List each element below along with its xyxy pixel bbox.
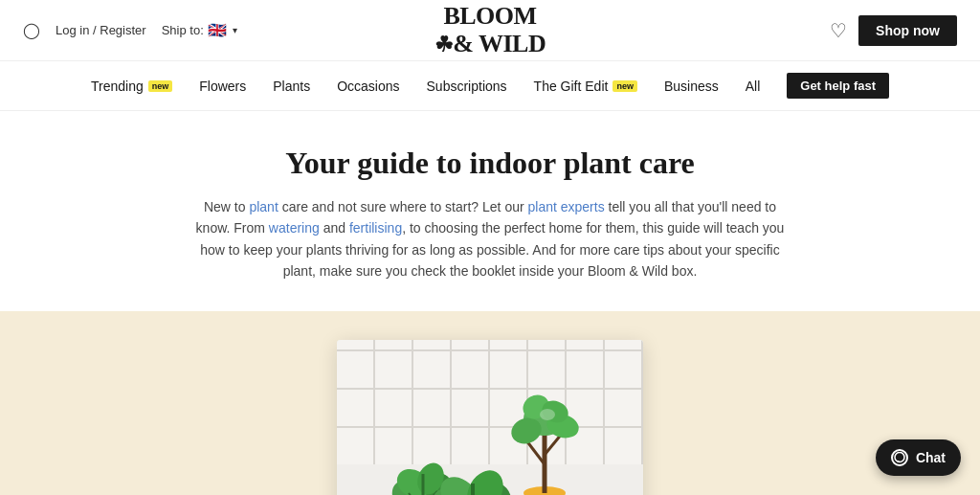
nav-item-all[interactable]: All [746,79,761,94]
chat-label: Chat [916,450,946,465]
image-section [0,311,980,495]
fertilising-link[interactable]: fertilising [349,220,402,236]
nav-item-occasions[interactable]: Occasions [337,79,399,94]
svg-point-21 [540,409,555,420]
hero-title: Your guide to indoor plant care [115,146,865,181]
new-badge: new [148,80,173,92]
nav-item-trending[interactable]: Trending new [91,79,172,94]
nav-item-plants[interactable]: Plants [273,79,310,94]
plant-link[interactable]: plant [249,199,278,214]
get-help-button[interactable]: Get help fast [787,73,889,99]
chat-icon [894,452,905,463]
hero-description: New to plant care and not sure where to … [193,196,787,282]
hero-section: Your guide to indoor plant care New to p… [0,111,980,311]
wishlist-heart-icon[interactable]: ♡ [830,19,847,42]
shop-now-button[interactable]: Shop now [858,15,957,46]
uk-flag: 🇬🇧 [208,21,227,39]
nav-item-business[interactable]: Business [664,79,719,94]
logo-text: BLOOM ☘& WILD [434,3,546,57]
nav-item-label: The Gift Edit [534,79,609,94]
svg-line-14 [526,440,545,464]
plant-image [337,340,643,495]
plants-illustration [346,349,634,495]
header-right: ♡ Shop now [830,15,957,46]
header-left: ◯ Log in / Register Ship to: 🇬🇧 ▾ [23,21,237,39]
nav-item-label: Trending [91,79,144,94]
login-register-link[interactable]: Log in / Register [56,23,146,37]
watering-link[interactable]: watering [269,220,320,236]
person-icon: ◯ [23,21,40,39]
header: ◯ Log in / Register Ship to: 🇬🇧 ▾ BLOOM … [0,0,980,61]
chevron-down-icon: ▾ [233,25,237,35]
new-badge: new [612,80,637,92]
main-nav: Trending new Flowers Plants Occasions Su… [0,61,980,111]
ship-to[interactable]: Ship to: 🇬🇧 ▾ [162,21,237,39]
chat-bubble-icon [891,449,908,466]
nav-item-gift-edit[interactable]: The Gift Edit new [534,79,637,94]
ship-to-label: Ship to: [162,23,204,37]
logo[interactable]: BLOOM ☘& WILD [434,3,546,57]
plant-experts-link[interactable]: plant experts [528,199,605,214]
chat-button[interactable]: Chat [876,439,961,476]
nav-item-flowers[interactable]: Flowers [199,79,246,94]
nav-item-subscriptions[interactable]: Subscriptions [427,79,507,94]
